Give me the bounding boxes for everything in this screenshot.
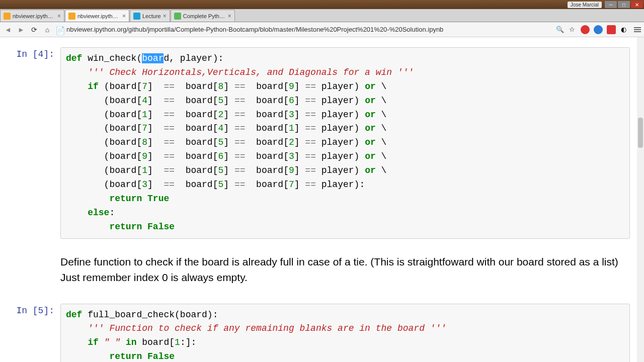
browser-tab[interactable]: nbviewer.ipython.org/git×	[0, 10, 64, 22]
bookmark-icon[interactable]: ☆	[568, 25, 577, 34]
close-button[interactable]: ✕	[631, 1, 643, 8]
tab-favicon	[174, 13, 181, 20]
scrollbar-thumb[interactable]	[638, 118, 643, 148]
tab-favicon	[68, 13, 75, 20]
browser-tab[interactable]: Complete Python Bootcam×	[171, 10, 235, 22]
code-cell: In [4]: def win_check(board, player): ''…	[10, 47, 630, 239]
code-input[interactable]: def full_board_check(board): ''' Functio…	[60, 304, 630, 362]
forward-button[interactable]: ►	[16, 25, 26, 35]
cell-prompt: In [4]:	[10, 47, 60, 239]
home-button[interactable]: ⌂	[42, 25, 52, 35]
extension-icon[interactable]	[594, 25, 603, 34]
address-bar[interactable]	[66, 24, 552, 35]
code-cell: In [5]: def full_board_check(board): '''…	[10, 304, 630, 362]
tab-favicon	[133, 13, 140, 20]
tab-close-icon[interactable]: ×	[57, 13, 61, 20]
user-label: Jose Marcial	[568, 2, 602, 8]
tab-title: nbviewer.ipython.org/gith	[77, 13, 120, 19]
markdown-text: Define function to check if the board is…	[60, 249, 630, 294]
tab-title: nbviewer.ipython.org/git	[13, 13, 55, 19]
extension-icon[interactable]	[581, 25, 590, 34]
extension-icon[interactable]	[607, 25, 616, 34]
scrollbar-track[interactable]	[637, 37, 644, 362]
site-info-icon[interactable]: 📄	[55, 26, 63, 34]
menu-button[interactable]	[634, 27, 641, 32]
tab-close-icon[interactable]: ×	[163, 13, 167, 20]
reload-button[interactable]: ⟳	[29, 25, 39, 35]
browser-toolbar: ◄ ► ⟳ ⌂ 📄 🔍 ☆ ◐	[0, 22, 644, 37]
markdown-cell: Define function to check if the board is…	[10, 249, 630, 294]
browser-tab[interactable]: Lecture×	[130, 10, 170, 22]
page-content: In [4]: def win_check(board, player): ''…	[0, 37, 644, 362]
minimize-button[interactable]: ─	[605, 1, 617, 8]
zoom-icon[interactable]: 🔍	[555, 25, 565, 34]
back-button[interactable]: ◄	[3, 25, 13, 35]
tab-close-icon[interactable]: ×	[122, 13, 126, 20]
code-input[interactable]: def win_check(board, player): ''' Check …	[60, 47, 630, 239]
browser-tab[interactable]: nbviewer.ipython.org/gith×	[65, 10, 129, 22]
extension-icon[interactable]: ◐	[619, 25, 628, 34]
maximize-button[interactable]: □	[618, 1, 630, 8]
cell-prompt: In [5]:	[10, 304, 60, 362]
tab-title: Lecture	[142, 13, 161, 19]
browser-tab-bar: nbviewer.ipython.org/git×nbviewer.ipytho…	[0, 9, 644, 22]
tab-close-icon[interactable]: ×	[228, 13, 231, 20]
tab-favicon	[4, 13, 11, 20]
tab-title: Complete Python Bootcam	[183, 13, 226, 19]
window-titlebar: Jose Marcial ─ □ ✕	[0, 0, 644, 9]
